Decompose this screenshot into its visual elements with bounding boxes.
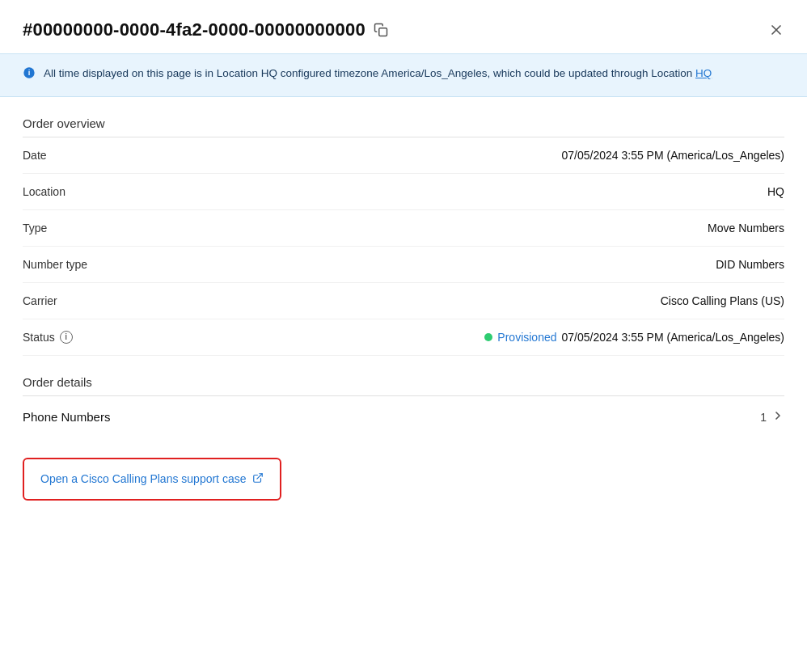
info-banner: i All time displayed on this page is in … bbox=[0, 53, 807, 97]
svg-rect-0 bbox=[379, 28, 387, 36]
phone-numbers-label: Phone Numbers bbox=[23, 410, 110, 424]
info-icon: i bbox=[23, 66, 36, 85]
svg-line-5 bbox=[257, 473, 262, 478]
panel: #00000000-0000-4fa2-0000-00000000000 i bbox=[0, 0, 807, 672]
external-link-icon bbox=[252, 472, 264, 486]
main-content: Order overview Date 07/05/2024 3:55 PM (… bbox=[0, 97, 807, 501]
phone-numbers-row[interactable]: Phone Numbers 1 bbox=[23, 396, 784, 438]
carrier-row: Carrier Cisco Calling Plans (US) bbox=[23, 283, 784, 319]
banner-link[interactable]: HQ bbox=[695, 67, 712, 79]
number-type-value: DID Numbers bbox=[716, 258, 784, 271]
order-details-title: Order details bbox=[23, 356, 784, 395]
panel-title: #00000000-0000-4fa2-0000-00000000000 bbox=[23, 19, 365, 40]
support-case-link[interactable]: Open a Cisco Calling Plans support case bbox=[40, 472, 246, 485]
status-provisioned-label: Provisioned bbox=[497, 331, 556, 344]
status-row: Status i Provisioned 07/05/2024 3:55 PM … bbox=[23, 319, 784, 356]
copy-icon[interactable] bbox=[374, 23, 388, 37]
status-info-icon[interactable]: i bbox=[60, 331, 73, 344]
status-label: Status i bbox=[23, 331, 73, 344]
phone-numbers-count-value: 1 bbox=[760, 411, 767, 424]
type-label: Type bbox=[23, 222, 47, 235]
chevron-right-icon bbox=[771, 409, 784, 425]
order-overview-title: Order overview bbox=[23, 97, 784, 137]
svg-text:i: i bbox=[28, 69, 31, 77]
number-type-label: Number type bbox=[23, 258, 87, 271]
status-value: Provisioned 07/05/2024 3:55 PM (America/… bbox=[484, 331, 784, 344]
location-value: HQ bbox=[767, 185, 784, 198]
type-row: Type Move Numbers bbox=[23, 210, 784, 247]
date-label: Date bbox=[23, 149, 47, 162]
status-dot bbox=[484, 333, 492, 341]
location-label: Location bbox=[23, 185, 65, 198]
location-row: Location HQ bbox=[23, 174, 784, 210]
title-row: #00000000-0000-4fa2-0000-00000000000 bbox=[23, 19, 388, 40]
carrier-label: Carrier bbox=[23, 294, 57, 307]
status-timestamp: 07/05/2024 3:55 PM (America/Los_Angeles) bbox=[562, 331, 785, 344]
date-row: Date 07/05/2024 3:55 PM (America/Los_Ang… bbox=[23, 137, 784, 174]
date-value: 07/05/2024 3:55 PM (America/Los_Angeles) bbox=[562, 149, 785, 162]
number-type-row: Number type DID Numbers bbox=[23, 247, 784, 283]
support-case-box[interactable]: Open a Cisco Calling Plans support case bbox=[23, 458, 281, 501]
close-icon[interactable] bbox=[768, 22, 784, 38]
phone-numbers-count: 1 bbox=[760, 409, 784, 425]
type-value: Move Numbers bbox=[708, 222, 784, 235]
banner-text: All time displayed on this page is in Lo… bbox=[44, 66, 712, 82]
carrier-value: Cisco Calling Plans (US) bbox=[661, 294, 784, 307]
panel-header: #00000000-0000-4fa2-0000-00000000000 bbox=[0, 0, 807, 53]
